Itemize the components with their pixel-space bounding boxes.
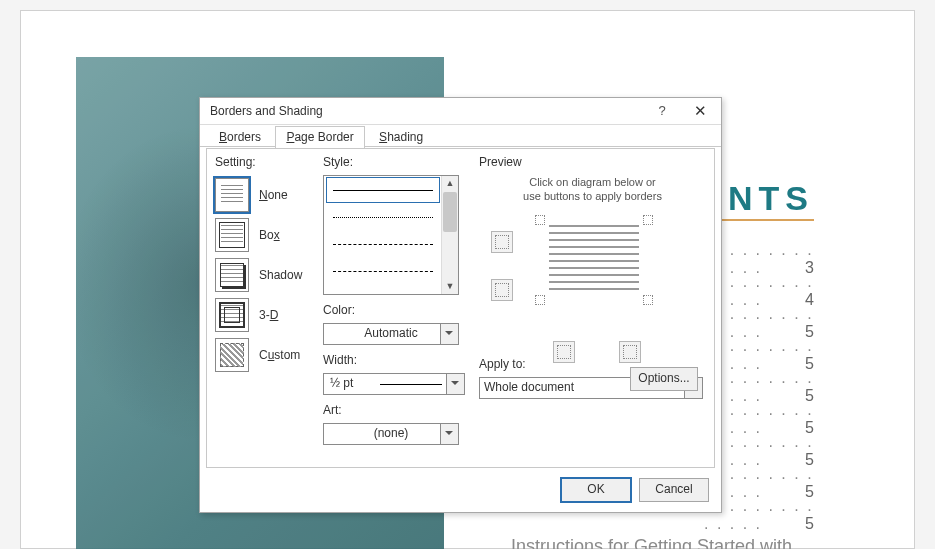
border-top-button[interactable]: [491, 231, 513, 253]
options-button[interactable]: Options...: [630, 367, 698, 391]
dialog-title: Borders and Shading ? ✕: [200, 98, 721, 125]
style-dotted[interactable]: [326, 204, 440, 230]
dialog-title-text: Borders and Shading: [210, 104, 323, 118]
border-right-button[interactable]: [619, 341, 641, 363]
borders-and-shading-dialog: Borders and Shading ? ✕ Borders Page Bor…: [199, 97, 722, 513]
preview-hint: Click on diagram below oruse buttons to …: [479, 175, 706, 203]
chevron-down-icon: [440, 324, 458, 344]
style-dashed[interactable]: [326, 258, 440, 284]
help-button[interactable]: ?: [647, 98, 677, 124]
preview-label: Preview: [479, 155, 706, 169]
setting-3d[interactable]: 3-D: [215, 295, 315, 335]
tab-strip: Borders Page Border Shading: [200, 125, 721, 147]
style-solid[interactable]: [326, 177, 440, 203]
cancel-button[interactable]: Cancel: [639, 478, 709, 502]
art-label: Art:: [323, 403, 463, 417]
setting-box[interactable]: Box: [215, 215, 315, 255]
border-bottom-button[interactable]: [491, 279, 513, 301]
setting-none[interactable]: None: [215, 175, 315, 215]
preview-page-icon: [549, 225, 639, 295]
setting-none-icon: [215, 178, 249, 212]
preview-diagram[interactable]: [479, 213, 706, 353]
instructions-text: Instructions for Getting Started with: [511, 536, 792, 549]
setting-shadow[interactable]: Shadow: [215, 255, 315, 295]
style-label: Style:: [323, 155, 463, 169]
setting-box-icon: [215, 218, 249, 252]
scroll-down-icon[interactable]: ▼: [442, 279, 458, 294]
corner-marker: [643, 295, 653, 305]
style-scrollbar-thumb[interactable]: [443, 192, 457, 232]
corner-marker: [535, 215, 545, 225]
width-dropdown[interactable]: ½ pt: [323, 373, 465, 395]
close-button[interactable]: ✕: [683, 98, 717, 124]
corner-marker: [643, 215, 653, 225]
color-dropdown[interactable]: Automatic: [323, 323, 459, 345]
corner-marker: [535, 295, 545, 305]
chevron-down-icon: [440, 424, 458, 444]
style-list[interactable]: ▲ ▼: [323, 175, 459, 295]
width-label: Width:: [323, 353, 463, 367]
style-dashed-fine[interactable]: [326, 231, 440, 257]
border-left-button[interactable]: [553, 341, 575, 363]
tab-borders[interactable]: Borders: [208, 126, 272, 148]
setting-custom-icon: [215, 338, 249, 372]
setting-shadow-icon: [215, 258, 249, 292]
ok-button[interactable]: OK: [561, 478, 631, 502]
setting-3d-icon: [215, 298, 249, 332]
chevron-down-icon: [446, 374, 464, 394]
tab-shading[interactable]: Shading: [368, 126, 434, 148]
setting-label: Setting:: [215, 155, 315, 169]
art-dropdown[interactable]: (none): [323, 423, 459, 445]
color-label: Color:: [323, 303, 463, 317]
setting-custom[interactable]: Custom: [215, 335, 315, 375]
width-sample-line: [380, 384, 442, 385]
scroll-up-icon[interactable]: ▲: [442, 176, 458, 191]
tab-page-border[interactable]: Page Border: [275, 126, 364, 148]
